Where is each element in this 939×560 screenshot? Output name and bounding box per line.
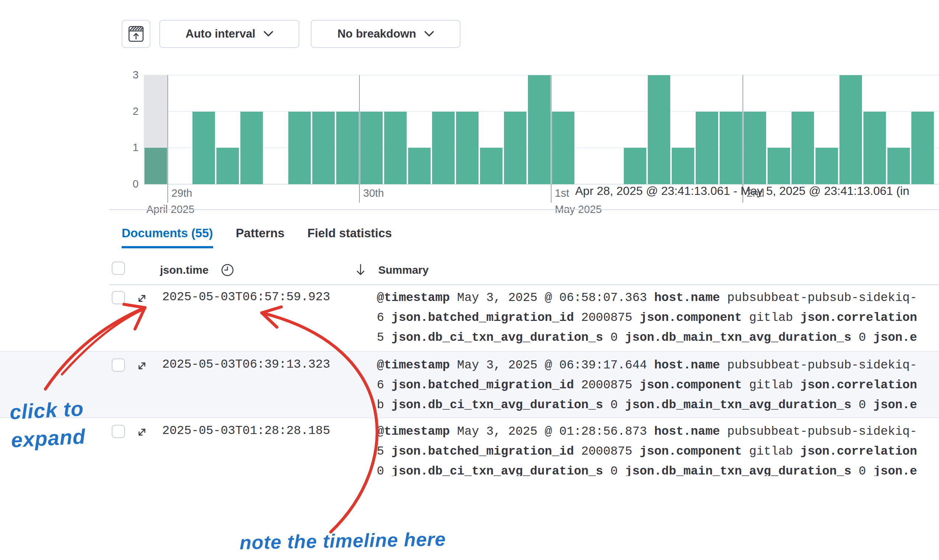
select-all-checkbox[interactable] — [112, 262, 125, 275]
histogram-bar[interactable] — [241, 112, 263, 184]
histogram-bar[interactable] — [216, 148, 239, 184]
histogram-bar[interactable] — [887, 148, 910, 184]
y-axis-tick-label: 2 — [122, 105, 139, 117]
tab-bar: Documents (55)PatternsField statistics — [122, 226, 392, 248]
row-timestamp: 2025-05-03T06:39:13.323 — [162, 358, 330, 371]
histogram-bar[interactable] — [288, 112, 311, 184]
histogram-bar[interactable] — [432, 112, 455, 184]
histogram-bar[interactable] — [791, 112, 814, 184]
y-axis-tick-label: 1 — [122, 142, 139, 154]
x-axis-tick-label: 1st — [555, 187, 569, 199]
row-summary: @timestamp May 3, 2025 @ 06:39:17.644 ho… — [377, 355, 939, 415]
breakdown-dropdown-label: No breakdown — [337, 27, 416, 40]
histogram-bar[interactable] — [720, 112, 742, 184]
histogram-bar[interactable] — [408, 148, 430, 184]
expand-row-icon[interactable] — [135, 291, 149, 307]
table-row: 2025-05-03T06:57:59.923@timestamp May 3,… — [0, 285, 939, 352]
time-column-header[interactable]: json.time — [160, 264, 209, 276]
day-gridline — [359, 75, 360, 203]
histogram-bar[interactable] — [672, 148, 694, 184]
histogram-bar[interactable] — [863, 112, 886, 184]
chart-options-icon — [128, 25, 145, 43]
tab-documents[interactable]: Documents (55) — [122, 226, 213, 248]
histogram-bar[interactable] — [360, 112, 383, 184]
histogram-bar[interactable] — [743, 112, 766, 184]
note-timeline-note: note the timeline here — [240, 528, 446, 554]
histogram-bar[interactable] — [480, 148, 503, 184]
row-timestamp: 2025-05-03T06:57:59.923 — [162, 290, 330, 304]
clock-icon[interactable] — [220, 262, 235, 278]
y-axis-tick-label: 0 — [122, 178, 139, 190]
histogram-bar[interactable] — [336, 112, 359, 184]
table-row: 2025-05-03T06:39:13.323@timestamp May 3,… — [0, 352, 939, 418]
histogram-bar[interactable] — [552, 112, 574, 184]
sort-descending-icon[interactable] — [353, 262, 368, 277]
row-select-checkbox[interactable] — [112, 291, 125, 304]
x-axis-tick-label: 29th — [171, 187, 192, 199]
histogram-bar[interactable] — [624, 148, 646, 184]
expand-row-icon[interactable] — [135, 359, 149, 374]
day-gridline — [743, 75, 743, 203]
histogram-plot-area[interactable]: 29thApril 202530th1stMay 20252nd — [144, 75, 939, 184]
row-summary: @timestamp May 3, 2025 @ 01:28:56.873 ho… — [377, 422, 939, 476]
row-summary: @timestamp May 3, 2025 @ 06:58:07.363 ho… — [377, 288, 939, 348]
histogram-bar[interactable] — [312, 112, 335, 184]
expand-row-icon[interactable] — [135, 425, 149, 441]
section-divider — [109, 209, 939, 210]
table-row: 2025-05-03T01:28:28.185@timestamp May 3,… — [0, 418, 939, 476]
histogram-bar[interactable] — [528, 75, 550, 184]
y-axis-tick-label: 3 — [122, 69, 139, 81]
edit-visualization-button[interactable] — [122, 20, 150, 48]
interval-dropdown-label: Auto interval — [185, 27, 255, 40]
time-range-label: Apr 28, 2025 @ 23:41:13.061 - May 5, 202… — [575, 184, 939, 198]
tab-field-statistics[interactable]: Field statistics — [307, 226, 392, 248]
histogram-bar[interactable] — [911, 112, 934, 184]
histogram-bar[interactable] — [696, 112, 718, 184]
histogram-bar[interactable] — [839, 75, 862, 184]
histogram-bar[interactable] — [768, 148, 790, 184]
histogram-bar[interactable] — [193, 112, 215, 184]
x-axis-tick-label: 30th — [363, 187, 384, 199]
histogram-bar[interactable] — [504, 112, 526, 184]
day-gridline — [551, 75, 552, 203]
histogram-bar[interactable] — [816, 148, 838, 184]
row-select-checkbox[interactable] — [112, 358, 125, 372]
breakdown-dropdown[interactable]: No breakdown — [311, 20, 461, 48]
tab-patterns[interactable]: Patterns — [236, 226, 285, 248]
histogram-bar[interactable] — [648, 75, 670, 184]
row-timestamp: 2025-05-03T01:28:28.185 — [162, 424, 330, 438]
histogram-bar[interactable] — [456, 112, 478, 184]
summary-column-header[interactable]: Summary — [378, 264, 429, 276]
kibana-discover-page: Auto interval No breakdown 3210 29thApri… — [0, 0, 939, 560]
chevron-down-icon — [424, 31, 434, 37]
row-select-checkbox[interactable] — [112, 425, 125, 438]
day-gridline — [167, 75, 168, 203]
histogram-bar[interactable] — [384, 112, 407, 184]
histogram-bar[interactable] — [145, 148, 167, 184]
interval-dropdown[interactable]: Auto interval — [159, 20, 299, 48]
chevron-down-icon — [264, 31, 273, 37]
